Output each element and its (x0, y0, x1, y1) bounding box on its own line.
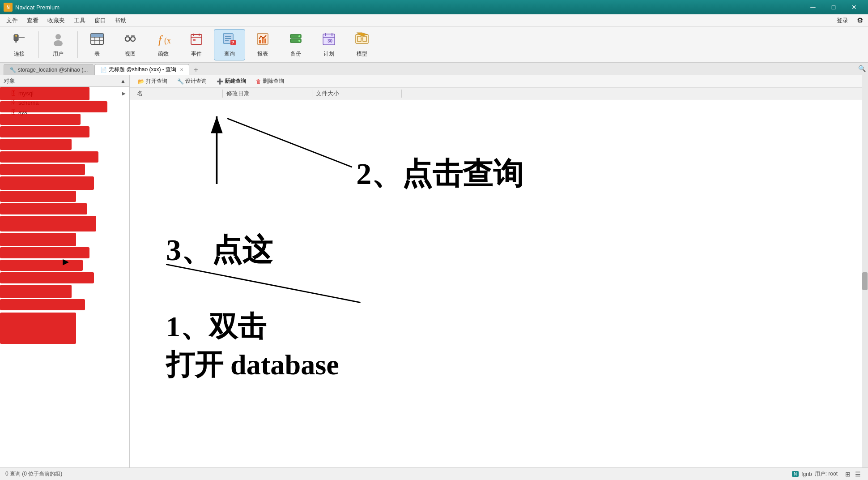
svg-point-36 (298, 40, 300, 42)
model-icon (355, 32, 369, 48)
svg-text:2、点击查询: 2、点击查询 (356, 157, 523, 191)
svg-rect-11 (91, 34, 103, 37)
tab-new-button[interactable]: + (190, 66, 201, 74)
table-header: 名 修改日期 文件大小 (130, 88, 862, 99)
design-query-label: 设计查询 (185, 77, 207, 85)
sidebar-header: 对象 ▲ (0, 75, 129, 87)
close-button[interactable]: ✕ (844, 0, 864, 14)
menubar: 文件 查看 收藏夹 工具 窗口 帮助 登录 ⚙ (0, 14, 868, 27)
tabbar: 🔧 storage_location @shihao (... 📄 无标题 @s… (0, 63, 868, 75)
annotation-red-8 (0, 176, 94, 190)
toolbar-user-button[interactable]: 用户 (43, 29, 74, 60)
annotation-red-2 (0, 101, 107, 112)
toolbar-query-button[interactable]: ? 查询 (214, 29, 245, 60)
toolbar-backup-button[interactable]: 备份 (280, 29, 311, 60)
toolbar-connect-button[interactable]: 连接 (4, 29, 35, 60)
annotation-red-6 (0, 151, 98, 163)
annotation-red-13 (0, 247, 89, 258)
query-label: 查询 (224, 50, 235, 58)
svg-rect-18 (191, 34, 202, 44)
menu-file[interactable]: 文件 (2, 15, 22, 26)
svg-rect-1 (15, 41, 17, 43)
event-icon (189, 32, 204, 48)
svg-rect-14 (126, 35, 129, 37)
toolbar: 连接 用户 表 (0, 27, 868, 63)
svg-rect-30 (259, 40, 261, 43)
tab-storage-icon: 🔧 (9, 67, 16, 73)
annotation-red-12 (0, 233, 76, 246)
statusbar: 0 查询 (0 位于当前的组) N fgnb 用户: root ⊞ ☰ (0, 467, 868, 480)
toolbar-model-button[interactable]: 模型 (346, 29, 378, 60)
toolbar-divider-1 (38, 31, 39, 58)
connect-label: 连接 (14, 50, 25, 58)
tab-search-icon[interactable]: 🔍 (855, 62, 868, 75)
toolbar-event-button[interactable]: 事件 (181, 29, 212, 60)
sidebar: 对象 ▲ 🗄 mysql ▶ 🗄 schema 🗄 sys (0, 75, 130, 467)
toolbar-table-button[interactable]: 表 (81, 29, 113, 60)
menu-favorites[interactable]: 收藏夹 (43, 15, 69, 26)
svg-text:1、双击: 1、双击 (166, 311, 267, 343)
menu-view[interactable]: 查看 (22, 15, 43, 26)
content-area: 📂 打开查询 🔧 设计查询 ➕ 新建查询 🗑 删除查询 名 修改日期 文件大小 (130, 75, 862, 467)
annotation-red-17 (0, 299, 85, 310)
delete-query-label: 删除查询 (263, 77, 284, 85)
col-date-header: 修改日期 (223, 90, 312, 98)
list-view-icon[interactable]: ☰ (853, 469, 863, 479)
toolbar-function-button[interactable]: f (x) 函数 (148, 29, 179, 60)
schedule-label: 计划 (323, 50, 334, 58)
annotation-red-16 (0, 285, 72, 298)
toolbar-schedule-button[interactable]: 30 计划 (313, 29, 345, 60)
query-icon: ? (222, 32, 237, 48)
tab-storage[interactable]: 🔧 storage_location @shihao (... (4, 64, 94, 75)
settings-icon[interactable]: ⚙ (854, 14, 866, 27)
toolbar-view-button[interactable]: 视图 (115, 29, 146, 60)
right-scrollbar[interactable] (862, 75, 868, 467)
titlebar: N Navicat Premium ─ □ ✕ (0, 0, 868, 14)
annotation-red-1 (0, 87, 89, 100)
new-query-button[interactable]: ➕ 新建查询 (212, 77, 251, 86)
svg-line-49 (227, 119, 352, 167)
event-label: 事件 (191, 50, 202, 58)
user-label-status: 用户: root (815, 470, 838, 478)
annotation-red-4 (0, 126, 89, 137)
annotation-red-7 (0, 164, 85, 175)
tab-new-query[interactable]: 📄 无标题 @shihao (xxx) - 查询 ✕ (94, 64, 189, 75)
view-icon (123, 32, 137, 48)
main-area: 对象 ▲ 🗄 mysql ▶ 🗄 schema 🗄 sys (0, 75, 868, 467)
svg-line-52 (166, 264, 361, 302)
svg-text:f: f (158, 33, 163, 46)
status-connection: N fgnb 用户: root (792, 470, 838, 478)
annotation-red-11 (0, 216, 96, 231)
schedule-icon: 30 (322, 32, 336, 48)
minimize-button[interactable]: ─ (803, 0, 823, 14)
query-content[interactable]: 2、点击查询 3、点这 1、双击 打开 database (130, 99, 862, 467)
maximize-button[interactable]: □ (823, 0, 844, 14)
delete-query-icon: 🗑 (256, 78, 261, 85)
svg-point-12 (125, 37, 130, 41)
annotation-red-10 (0, 203, 87, 214)
new-query-icon: ➕ (217, 78, 223, 85)
view-label: 视图 (125, 50, 136, 58)
navicat-logo-icon: N (792, 471, 799, 477)
svg-text:打开 database: 打开 database (165, 349, 339, 381)
menu-help[interactable]: 帮助 (111, 15, 131, 26)
design-query-button[interactable]: 🔧 设计查询 (173, 77, 211, 86)
user-label: 用户 (53, 50, 64, 58)
menu-window[interactable]: 窗口 (90, 15, 111, 26)
login-button[interactable]: 登录 (831, 15, 854, 26)
tab-new-query-label: 无标题 @shihao (xxx) - 查询 (109, 66, 176, 73)
grid-view-icon[interactable]: ⊞ (843, 469, 853, 479)
table-icon (90, 32, 104, 48)
app-icon: N (4, 3, 13, 12)
annotation-red-5 (0, 139, 72, 150)
toolbar-report-button[interactable]: 报表 (247, 29, 278, 60)
report-label: 报表 (257, 50, 268, 58)
backup-label: 备份 (290, 50, 301, 58)
status-text: 0 查询 (0 位于当前的组) (5, 470, 62, 478)
open-query-button[interactable]: 📂 打开查询 (133, 77, 172, 86)
scrollbar-thumb[interactable] (862, 272, 868, 290)
delete-query-button[interactable]: 🗑 删除查询 (251, 77, 289, 86)
menu-tools[interactable]: 工具 (69, 15, 90, 26)
tab-close-icon[interactable]: ✕ (180, 67, 183, 72)
sidebar-collapse-icon[interactable]: ▲ (120, 78, 126, 84)
